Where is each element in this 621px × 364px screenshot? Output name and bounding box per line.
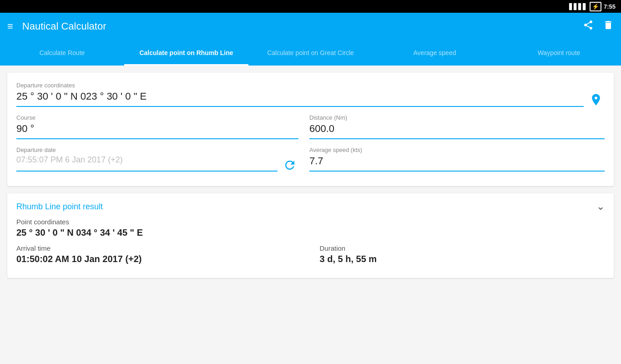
tab-calculate-great-circle[interactable]: Calculate point on Great Circle xyxy=(248,40,373,66)
departure-coords-field: Departure coordinates 25 ° 30 ' 0 " N 02… xyxy=(16,82,584,114)
distance-label: Distance (Nm) xyxy=(309,114,605,121)
delete-icon[interactable] xyxy=(603,20,614,33)
average-speed-label: Average speed (kts) xyxy=(309,147,605,153)
departure-date-section: Departure date 07:55:07 PM 6 Jan 2017 (+… xyxy=(16,147,298,179)
hamburger-icon[interactable]: ≡ xyxy=(7,20,13,32)
signal-icon: ▋▋▋▋ xyxy=(569,3,587,10)
duration-label: Duration xyxy=(320,244,605,252)
duration-col: Duration 3 d, 5 h, 55 m xyxy=(320,244,605,271)
share-icon[interactable] xyxy=(583,20,594,33)
arrival-duration-row: Arrival time 01:50:02 AM 10 Jan 2017 (+2… xyxy=(16,244,605,271)
arrival-time-label: Arrival time xyxy=(16,244,302,252)
departure-coords-value[interactable]: 25 ° 30 ' 0 " N 023 ° 30 ' 0 " E xyxy=(16,91,584,107)
battery-icon: ⚡ xyxy=(590,2,601,11)
average-speed-field: Average speed (kts) 7.7 xyxy=(309,147,605,179)
time-display: 7:55 xyxy=(604,3,616,10)
distance-field: Distance (Nm) 600.0 xyxy=(309,114,605,147)
departure-coords-row: Departure coordinates 25 ° 30 ' 0 " N 02… xyxy=(16,82,605,114)
tab-bar: Calculate Route Calculate point on Rhumb… xyxy=(0,40,621,66)
chevron-down-icon[interactable]: ⌄ xyxy=(596,201,605,212)
status-bar: ▋▋▋▋ ⚡ 7:55 xyxy=(0,0,621,13)
distance-value[interactable]: 600.0 xyxy=(309,123,605,139)
main-content: Departure coordinates 25 ° 30 ' 0 " N 02… xyxy=(0,66,621,364)
tab-calculate-rhumb-line[interactable]: Calculate point on Rhumb Line xyxy=(124,40,248,66)
app-title: Nautical Calculator xyxy=(22,20,583,32)
clock-icon[interactable] xyxy=(281,157,298,177)
departure-date-row: Departure date 07:55:07 PM 6 Jan 2017 (+… xyxy=(16,147,298,179)
average-speed-value[interactable]: 7.7 xyxy=(309,155,605,172)
course-field: Course 90 ° xyxy=(16,114,298,147)
input-card: Departure coordinates 25 ° 30 ' 0 " N 02… xyxy=(7,73,614,186)
point-coords-value: 25 ° 30 ' 0 " N 034 ° 34 ' 45 " E xyxy=(16,228,605,238)
date-speed-row: Departure date 07:55:07 PM 6 Jan 2017 (+… xyxy=(16,147,605,179)
result-card: Rhumb Line point result ⌄ Point coordina… xyxy=(7,193,614,278)
status-icons: ▋▋▋▋ ⚡ 7:55 xyxy=(569,2,616,11)
point-coords-label: Point coordinates xyxy=(16,218,605,226)
departure-date-field: Departure date 07:55:07 PM 6 Jan 2017 (+… xyxy=(16,147,278,179)
arrival-time-value: 01:50:02 AM 10 Jan 2017 (+2) xyxy=(16,254,302,264)
departure-coords-label: Departure coordinates xyxy=(16,82,584,89)
course-label: Course xyxy=(16,114,298,121)
location-icon[interactable] xyxy=(587,91,605,111)
tab-waypoint-route[interactable]: Waypoint route xyxy=(497,40,621,66)
departure-date-label: Departure date xyxy=(16,147,278,153)
tab-average-speed[interactable]: Average speed xyxy=(373,40,497,66)
app-bar-actions xyxy=(583,20,614,33)
app-bar: ≡ Nautical Calculator xyxy=(0,13,621,40)
departure-date-value[interactable]: 07:55:07 PM 6 Jan 2017 (+2) xyxy=(16,155,278,172)
tab-calculate-route[interactable]: Calculate Route xyxy=(0,40,124,66)
result-title-text: Rhumb Line point result xyxy=(16,202,103,212)
course-value[interactable]: 90 ° xyxy=(16,123,298,139)
course-distance-row: Course 90 ° Distance (Nm) 600.0 xyxy=(16,114,605,147)
duration-value: 3 d, 5 h, 55 m xyxy=(320,254,605,264)
result-title-row[interactable]: Rhumb Line point result ⌄ xyxy=(16,201,605,212)
arrival-time-col: Arrival time 01:50:02 AM 10 Jan 2017 (+2… xyxy=(16,244,302,271)
